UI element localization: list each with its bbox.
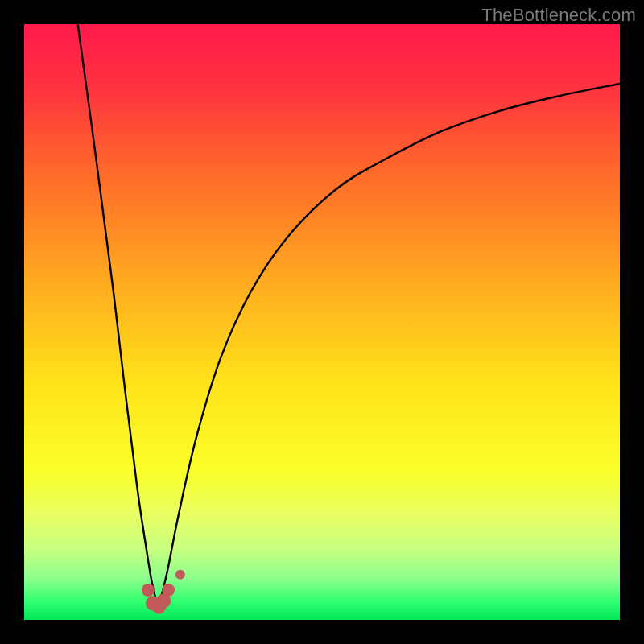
marker-dot: [175, 570, 185, 580]
curve-right-branch: [159, 84, 621, 608]
curve-left-branch: [78, 24, 159, 608]
watermark-text: TheBottleneck.com: [481, 5, 636, 26]
curve-layer: [24, 24, 620, 620]
marker-dot: [162, 584, 175, 597]
marker-dot: [142, 584, 155, 597]
highlight-markers: [142, 570, 185, 614]
plot-area: [24, 24, 620, 620]
chart-stage: TheBottleneck.com: [0, 0, 644, 644]
